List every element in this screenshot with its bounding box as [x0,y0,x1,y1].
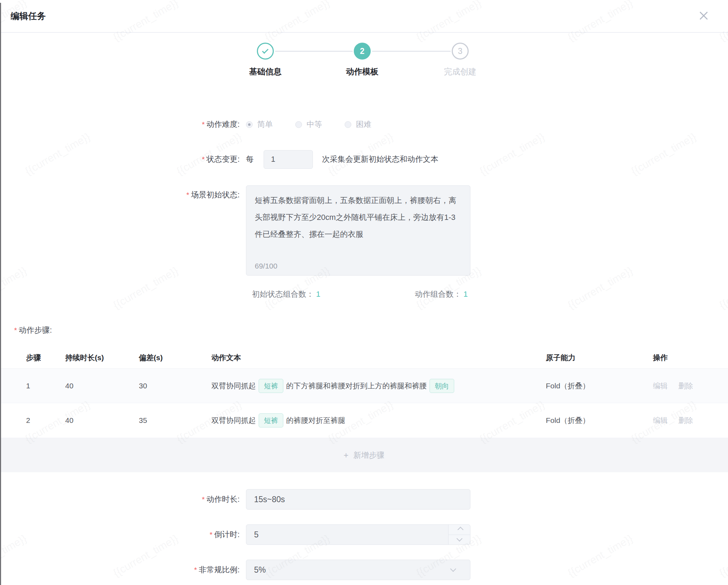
object-tag: 短裤 [259,379,283,393]
step-3-circle-pending[interactable]: 3 [452,43,469,60]
countdown-stepper [246,524,470,545]
cell-operations: 编辑删除 [653,415,728,425]
orientation-tag: 朝向 [430,379,454,393]
duration-row: *动作时长: [0,489,728,510]
step-connector [275,51,353,52]
col-header-duration: 持续时长(s) [65,353,139,363]
cell-step: 1 [26,382,65,390]
cell-duration: 40 [65,416,139,425]
step-2-circle-active[interactable]: 2 [354,43,371,60]
required-asterisk: * [194,566,197,574]
selected-value: 5% [254,565,266,575]
check-icon [262,47,268,54]
cell-deviation: 30 [139,382,211,390]
char-counter: 69/100 [255,262,277,270]
action-combo: 动作组合数：1 [415,289,468,302]
close-icon[interactable] [698,10,710,22]
initial-state-row: *场景初始状态: 短裤五条数据背面朝上，五条数据正面朝上，裤腰朝右，离头部视野下… [0,185,728,276]
step-3-label: 完成创建 [418,66,502,77]
col-header-deviation: 偏差(s) [139,353,211,363]
dialog-title: 编辑任务 [11,10,46,22]
cell-duration: 40 [65,382,139,390]
page-edge-strip [0,3,1,585]
radio-circle-icon[interactable] [246,121,253,128]
difficulty-label: *动作难度: [0,119,246,130]
difficulty-row: *动作难度: 简单 中等 困难 [0,118,728,131]
action-steps-section-label: *动作步骤: [0,325,728,335]
state-change-input[interactable] [264,150,313,169]
state-change-label: *状态变更: [0,154,246,165]
required-asterisk: * [202,120,205,128]
state-change-suffix: 次采集会更新初始状态和动作文本 [322,154,438,165]
edit-link[interactable]: 编辑 [653,416,668,424]
step-number: 2 [360,47,365,56]
required-asterisk: * [202,155,205,163]
duration-input[interactable] [246,489,470,510]
cell-action-text: 双臂协同抓起短裤的裤腰对折至裤腿 [211,413,546,427]
col-header-step: 步骤 [26,353,65,363]
object-tag: 短裤 [259,413,283,427]
radio-medium-label: 中等 [307,119,322,130]
initial-state-textarea-wrap: 短裤五条数据背面朝上，五条数据正面朝上，裤腰朝右，离头部视野下方至少20cm之外… [246,185,470,276]
decrement-button[interactable] [448,535,470,545]
table-row: 2 40 35 双臂协同抓起短裤的裤腰对折至裤腿 Fold（折叠） 编辑删除 [0,403,728,438]
radio-circle-icon[interactable] [345,121,351,128]
duration-label: *动作时长: [0,494,246,505]
step-2-label: 动作模板 [320,66,405,77]
action-steps-table: 步骤 持续时长(s) 偏差(s) 动作文本 原子能力 操作 1 40 30 双臂… [0,347,728,472]
step-connector [372,51,451,52]
required-asterisk: * [186,191,189,199]
dialog-body: *动作难度: 简单 中等 困难 *状态变更: 每 次采集会更新初始状态和动作文本 [0,118,728,580]
increment-button[interactable] [448,525,470,535]
countdown-label: *倒计时: [0,529,246,540]
wizard-stepper: 2 3 基础信息 动作模板 完成创建 [0,43,728,86]
add-step-button[interactable]: + 新增步骤 [0,438,728,472]
unusual-ratio-label: *非常规比例: [0,565,246,575]
radio-circle-icon[interactable] [295,121,302,128]
action-combo-label: 动作组合数： [415,290,461,298]
step-number: 3 [458,47,463,56]
cell-ability: Fold（折叠） [546,415,653,425]
col-header-atomic-ability: 原子能力 [546,353,653,363]
delete-link[interactable]: 删除 [678,416,693,424]
radio-easy-label: 简单 [257,119,273,130]
chevron-down-icon [450,566,456,572]
chevron-up-icon [457,526,463,532]
table-header-row: 步骤 持续时长(s) 偏差(s) 动作文本 原子能力 操作 [0,347,728,368]
initial-state-label: *场景初始状态: [0,185,246,200]
initial-state-textarea[interactable]: 短裤五条数据背面朝上，五条数据正面朝上，裤腰朝右，离头部视野下方至少20cm之外… [246,186,470,253]
required-asterisk: * [202,495,205,503]
cell-deviation: 35 [139,416,211,425]
table-row: 1 40 30 双臂协同抓起短裤的下方裤腿和裤腰对折到上方的裤腿和裤腰朝向 Fo… [0,368,728,403]
radio-easy[interactable]: 简单 [246,119,273,130]
countdown-row: *倒计时: [0,524,728,545]
state-change-prefix: 每 [246,154,254,165]
col-header-action-text: 动作文本 [211,353,546,363]
initial-combo-value: 1 [316,290,320,298]
unusual-ratio-select[interactable]: 5% [246,560,470,580]
radio-hard-label: 困难 [356,119,371,130]
countdown-input[interactable] [246,524,470,545]
action-combo-value: 1 [463,290,468,298]
difficulty-radio-group: 简单 中等 困难 [246,119,371,130]
step-1-circle-done[interactable] [257,43,274,60]
step-1-label: 基础信息 [223,66,308,77]
col-header-operations: 操作 [653,353,728,363]
radio-medium[interactable]: 中等 [295,119,322,130]
add-step-label: 新增步骤 [353,450,384,461]
state-change-row: *状态变更: 每 次采集会更新初始状态和动作文本 [0,150,728,169]
cell-operations: 编辑删除 [653,381,728,391]
edit-link[interactable]: 编辑 [653,382,668,390]
plus-icon: + [344,450,348,460]
unusual-ratio-row: *非常规比例: 5% [0,560,728,580]
initial-combo: 初始状态组合数：1 [252,289,320,302]
cell-ability: Fold（折叠） [546,381,653,391]
radio-hard[interactable]: 困难 [345,119,371,130]
chevron-down-icon [456,536,462,542]
delete-link[interactable]: 删除 [678,382,693,390]
cell-action-text: 双臂协同抓起短裤的下方裤腿和裤腰对折到上方的裤腿和裤腰朝向 [211,379,546,393]
cell-step: 2 [26,416,65,425]
required-asterisk: * [14,326,17,334]
initial-combo-label: 初始状态组合数： [252,290,314,298]
dialog-header: 编辑任务 [0,0,728,33]
